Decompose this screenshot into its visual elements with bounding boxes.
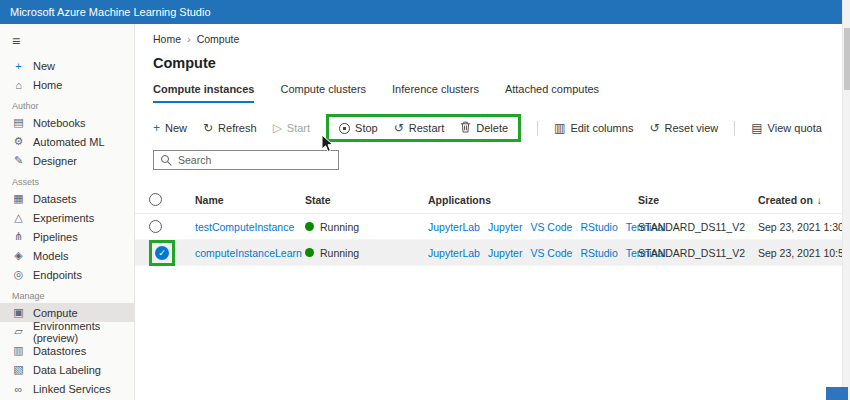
sidebar-item-environments[interactable]: ▱ Environments (preview) [0,322,134,341]
sidebar-item-automated-ml[interactable]: ⚙ Automated ML [0,132,134,151]
column-header-applications[interactable]: Applications [428,194,638,206]
app-link-rstudio[interactable]: RStudio [580,247,617,259]
app-link-vscode[interactable]: VS Code [530,247,572,259]
column-header-name[interactable]: Name [195,194,305,206]
table-header-row: Name State Applications Size Created on↓ [135,186,850,214]
running-status-icon [305,248,314,257]
breadcrumb-home-link[interactable]: Home [153,33,181,45]
tab-bar: Compute instances Compute clusters Infer… [135,83,850,103]
instance-name-link[interactable]: testComputeInstance [195,221,294,233]
compute-icon: ▣ [12,306,25,319]
edit-columns-label: Edit columns [570,122,633,134]
sidebar-item-label: Pipelines [33,231,78,243]
stop-button[interactable]: Stop [339,122,378,134]
app-link-rstudio[interactable]: RStudio [580,221,617,233]
sidebar-item-notebooks[interactable]: ▤ Notebooks [0,113,134,132]
tab-compute-clusters[interactable]: Compute clusters [280,83,366,103]
table-row[interactable]: ✓ computeInstanceLearn Running JupyterLa… [135,240,850,266]
app-title: Microsoft Azure Machine Learning Studio [10,6,211,18]
size-value: STANDARD_DS11_V2 [638,221,758,233]
row-checkbox[interactable] [149,220,162,233]
delete-button[interactable]: Delete [460,121,508,135]
tab-attached-computes[interactable]: Attached computes [505,83,599,103]
hamburger-menu-icon[interactable]: ≡ [0,28,134,56]
sidebar-section-manage: Manage [0,284,134,303]
tab-compute-instances[interactable]: Compute instances [153,83,254,103]
sidebar-item-data-labeling[interactable]: ▧ Data Labeling [0,360,134,379]
notebooks-icon: ▤ [12,116,25,129]
restart-button[interactable]: ↺ Restart [394,122,445,134]
new-button-label: New [165,122,187,134]
stop-button-label: Stop [355,122,378,134]
sidebar-item-designer[interactable]: ✎ Designer [0,151,134,170]
sidebar-item-datasets[interactable]: ▦ Datasets [0,189,134,208]
tab-inference-clusters[interactable]: Inference clusters [392,83,479,103]
row-checkbox-checked[interactable]: ✓ [155,246,169,260]
sidebar-item-label: Notebooks [33,117,86,129]
app-link-jupyter[interactable]: Jupyter [488,221,522,233]
sidebar-section-author: Author [0,94,134,113]
reset-view-button[interactable]: ↺ Reset view [649,122,718,134]
delete-button-label: Delete [476,122,508,134]
automated-ml-icon: ⚙ [12,135,25,148]
corner-blue-box [826,387,848,400]
sidebar-item-pipelines[interactable]: ⋔ Pipelines [0,227,134,246]
column-header-size[interactable]: Size [638,194,758,206]
sidebar-item-models[interactable]: ◈ Models [0,246,134,265]
search-input[interactable] [178,154,331,166]
sidebar-item-experiments[interactable]: △ Experiments [0,208,134,227]
edit-columns-icon: ▥ [554,122,565,134]
start-button[interactable]: ▷ Start [273,122,310,134]
reset-view-icon: ↺ [649,122,659,134]
compute-instances-table: Name State Applications Size Created on↓… [135,186,850,266]
app-link-jupyterlab[interactable]: JupyterLab [428,247,480,259]
column-header-created-on[interactable]: Created on↓ [758,194,850,206]
edit-columns-button[interactable]: ▥ Edit columns [554,122,633,134]
created-on-value: Sep 23, 2021 1:30 PM [758,221,850,233]
column-header-state[interactable]: State [305,194,428,206]
trash-icon [460,121,471,135]
chevron-right-icon: › [187,33,191,45]
created-on-value: Sep 23, 2021 10:54 AM [758,247,850,259]
datasets-icon: ▦ [12,192,25,205]
sidebar-item-label: New [33,60,55,72]
sidebar-item-label: Compute [33,307,78,319]
environments-icon: ▱ [12,325,25,338]
app-link-jupyterlab[interactable]: JupyterLab [428,221,480,233]
annotation-highlight-checkbox: ✓ [149,240,175,266]
sidebar-item-datastores[interactable]: ▥ Datastores [0,341,134,360]
pipelines-icon: ⋔ [12,230,25,243]
instance-name-link[interactable]: computeInstanceLearn [195,247,302,259]
breadcrumb-current: Compute [197,33,240,45]
plus-icon: + [153,122,160,134]
sidebar-item-label: Automated ML [33,136,105,148]
view-quota-button[interactable]: ▤ View quota [751,122,822,134]
restart-button-label: Restart [409,122,444,134]
start-icon: ▷ [273,122,282,134]
sidebar-item-label: Designer [33,155,77,167]
search-box[interactable] [153,150,339,170]
refresh-button[interactable]: ↻ Refresh [203,122,257,134]
sidebar-item-home[interactable]: ⌂ Home [0,75,134,94]
vertical-scrollbar[interactable] [842,0,850,400]
sidebar-item-linked-services[interactable]: ∞ Linked Services [0,379,134,398]
app-link-jupyter[interactable]: Jupyter [488,247,522,259]
view-quota-label: View quota [768,122,822,134]
state-label: Running [320,247,359,259]
annotation-highlight-toolbar: Stop ↺ Restart Delete [326,114,521,142]
new-button[interactable]: + New [153,122,187,134]
datastores-icon: ▥ [12,344,25,357]
sidebar-item-endpoints[interactable]: ◎ Endpoints [0,265,134,284]
table-row[interactable]: testComputeInstance Running JupyterLab J… [135,214,850,240]
sidebar-item-label: Linked Services [33,383,111,395]
scrollbar-thumb[interactable] [844,28,850,90]
created-on-label: Created on [758,194,813,206]
sidebar-item-label: Environments (preview) [33,320,122,344]
reset-view-label: Reset view [664,122,718,134]
select-all-checkbox[interactable] [149,193,162,206]
breadcrumb: Home › Compute [135,24,850,45]
app-link-vscode[interactable]: VS Code [530,221,572,233]
sidebar-item-new[interactable]: + New [0,56,134,75]
state-label: Running [320,221,359,233]
endpoints-icon: ◎ [12,268,25,281]
